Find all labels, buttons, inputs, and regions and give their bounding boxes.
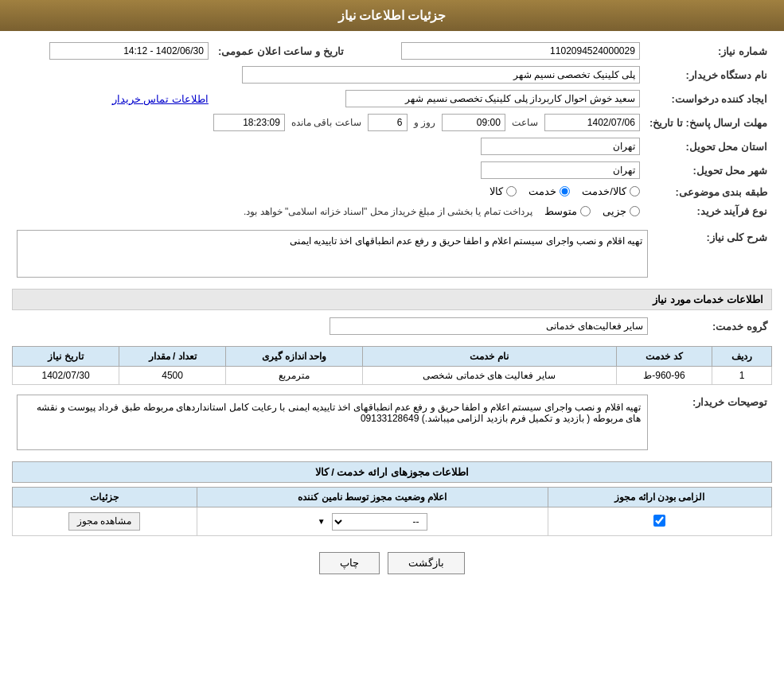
city-label: شهر محل تحویل: — [645, 158, 772, 182]
main-form-table: شماره نیاز: تاریخ و ساعت اعلان عمومی: نا… — [12, 39, 772, 220]
license-status-select[interactable]: -- — [332, 513, 427, 531]
col-row: ردیف — [712, 347, 772, 367]
main-content: شماره نیاز: تاریخ و ساعت اعلان عمومی: نا… — [0, 31, 784, 598]
license-section-title: اطلاعات مجوزهای ارائه خدمت / کالا — [12, 461, 772, 483]
remaining-label: ساعت باقی مانده — [291, 117, 361, 128]
service-group-input[interactable] — [330, 317, 648, 335]
license-required-checkbox[interactable] — [653, 515, 665, 527]
category-label: طبقه بندی موضوعی: — [645, 182, 772, 202]
creator-input[interactable] — [345, 90, 640, 107]
city-input[interactable] — [481, 161, 640, 179]
purchase-note: پرداخت تمام یا بخشی از مبلغ خریداز محل "… — [244, 206, 532, 217]
station-label: نام دستگاه خریدار: — [645, 63, 772, 87]
chevron-down-icon: ▼ — [318, 517, 326, 526]
province-input[interactable] — [481, 138, 640, 155]
response-date-input[interactable] — [544, 114, 640, 131]
license-row: -- ▼ مشاهده مجوز — [13, 507, 772, 536]
purchase-type-label: نوع فرآیند خرید: — [645, 202, 772, 220]
license-col-status: اعلام وضعیت مجوز توسط نامین کننده — [197, 488, 548, 507]
page-header: جزئیات اطلاعات نیاز — [0, 0, 784, 31]
response-days-input[interactable] — [368, 114, 408, 131]
response-deadline-label: مهلت ارسال پاسخ: تا تاریخ: — [645, 111, 772, 134]
purchase-option-motovaset[interactable]: متوسط — [544, 205, 591, 217]
col-name: نام خدمت — [362, 347, 616, 367]
need-description-box[interactable]: تهیه اقلام و نصب واجرای سیستم اعلام و اط… — [17, 230, 648, 278]
province-label: استان محل تحویل: — [645, 134, 772, 158]
category-radio-group: کالا/خدمت خدمت کالا — [490, 185, 640, 197]
view-license-button[interactable]: مشاهده مجوز — [68, 512, 140, 531]
service-data-table: ردیف کد خدمت نام خدمت واحد اندازه گیری ت… — [12, 346, 772, 385]
col-unit: واحد اندازه گیری — [226, 347, 363, 367]
description-form: شرح کلی نیاز: تهیه اقلام و نصب واجرای سی… — [12, 227, 772, 281]
remaining-time-input[interactable] — [213, 114, 285, 131]
service-form: گروه خدمت: — [12, 314, 772, 338]
license-col-required: الزامی بودن ارائه مجوز — [548, 488, 771, 507]
response-time-label: ساعت — [512, 117, 538, 128]
category-option-kala-khedmat[interactable]: کالا/خدمت — [582, 185, 640, 197]
station-input[interactable] — [242, 66, 640, 84]
creator-contact-link[interactable]: اطلاعات تماس خریدار — [112, 93, 209, 105]
creator-label: ایجاد کننده درخواست: — [645, 87, 772, 111]
page-wrapper: جزئیات اطلاعات نیاز شماره نیاز: تاریخ و … — [0, 0, 784, 696]
buyer-notes-label: توصیحات خریدار: — [653, 391, 772, 453]
table-row: 1 960-96-ط سایر فعالیت های خدماتی شخصی م… — [13, 367, 772, 385]
back-button[interactable]: بازگشت — [388, 552, 465, 574]
service-info-title: اطلاعات خدمات مورد نیاز — [12, 289, 772, 310]
col-date: تاریخ نیاز — [13, 347, 119, 367]
announce-date-label: تاریخ و ساعت اعلان عمومی: — [213, 39, 349, 63]
announce-date-input[interactable] — [49, 42, 209, 60]
response-days-label: روز و — [414, 117, 435, 128]
footer-buttons: بازگشت چاپ — [12, 552, 772, 574]
category-option-kala[interactable]: کالا — [490, 185, 517, 197]
col-code: کد خدمت — [616, 347, 712, 367]
page-title: جزئیات اطلاعات نیاز — [338, 9, 447, 22]
col-quantity: تعداد / مقدار — [119, 347, 226, 367]
purchase-option-jozi[interactable]: جزیی — [603, 205, 640, 217]
need-number-input[interactable] — [401, 42, 640, 60]
buyer-notes-box[interactable]: تهیه اقلام و نصب واجرای سیستم اعلام و اط… — [17, 395, 648, 450]
license-table: الزامی بودن ارائه مجوز اعلام وضعیت مجوز … — [12, 487, 772, 536]
print-button[interactable]: چاپ — [319, 552, 380, 574]
need-desc-label: شرح کلی نیاز: — [653, 227, 772, 281]
category-option-khedmat[interactable]: خدمت — [529, 185, 570, 197]
license-col-details: جزئیات — [13, 488, 197, 507]
response-time-input[interactable] — [442, 114, 505, 131]
service-group-label: گروه خدمت: — [653, 314, 772, 338]
buyer-notes-form: توصیحات خریدار: تهیه اقلام و نصب واجرای … — [12, 391, 772, 453]
need-number-label: شماره نیاز: — [645, 39, 772, 63]
